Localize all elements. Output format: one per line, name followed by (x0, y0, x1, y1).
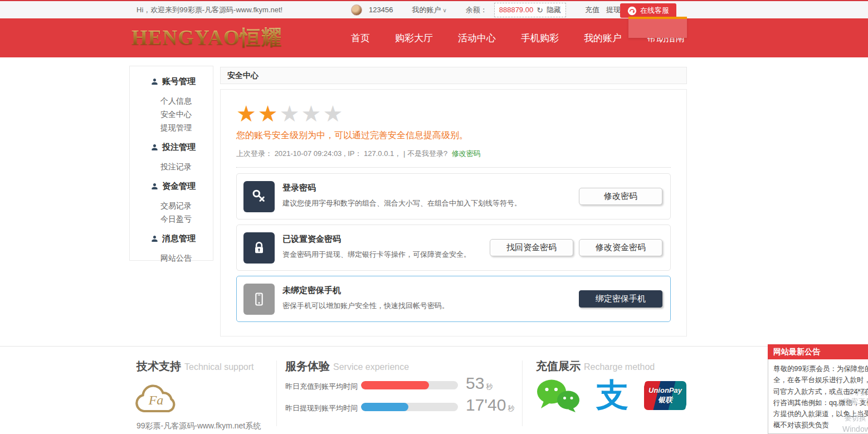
tech-support-title: 技术支持 (136, 360, 181, 372)
sidebar-group-funds[interactable]: 资金管理 (130, 179, 213, 193)
nav-item-lottery-hall[interactable]: 购彩大厅 (395, 32, 433, 45)
chevron-down-icon: ∨ (442, 7, 446, 13)
service-experience-title: 服务体验 (285, 360, 330, 372)
sidebar-group-betting[interactable]: 投注管理 (130, 140, 213, 154)
balance-value: 888879.00 (499, 6, 533, 14)
online-service-button[interactable]: 在线客服 (620, 3, 676, 18)
watermark-fragment: Windows (842, 425, 868, 433)
welcome-text: Hi，欢迎来到99彩票-凡客源码-www.fkym.net! (136, 1, 282, 18)
sidebar-item-today-pnl[interactable]: 今日盈亏 (130, 212, 213, 226)
card-title: 未绑定密保手机 (282, 285, 341, 296)
nav-item-home[interactable]: 首页 (351, 32, 370, 45)
balance-label: 余额： (466, 5, 487, 15)
my-account-menu[interactable]: 我的账户∨ (412, 5, 446, 15)
user-icon (151, 78, 158, 85)
security-level-message: 您的账号安全级别为中，可以通过完善安全信息提高级别。 (236, 130, 671, 142)
login-password-card: 登录密码 建议您使用字母和数字的组合、混合大小写、在组合中加入下划线等符号。 修… (236, 173, 671, 220)
cloud-logo: Fa (130, 379, 181, 419)
card-title: 已设置资金密码 (282, 234, 341, 245)
change-login-password-button[interactable]: 修改密码 (579, 188, 662, 205)
last-login-label: 上次登录： (236, 149, 272, 158)
recharge-method-title: 充值展示 (536, 360, 581, 372)
change-password-link[interactable]: 修改密码 (452, 149, 481, 158)
watermark-fragment: 搜索工具 (843, 397, 868, 407)
wechat-icon (536, 378, 581, 413)
user-icon (151, 183, 158, 190)
nav-item-my-account[interactable]: 我的账户 (584, 32, 622, 45)
card-desc: 密保手机可以增加账户安全性，快速找回帐号密码。 (282, 301, 449, 311)
last-login-line: 上次登录： 2021-10-07 09:24:03 , IP： 127.0.0.… (236, 149, 671, 159)
service-experience-subtitle: Service experience (333, 362, 409, 372)
divider (522, 360, 523, 426)
sidebar-item-personal-info[interactable]: 个人信息 (130, 94, 213, 108)
payment-methods: 支 UnionPay银联 (536, 378, 686, 413)
nav-item-mobile[interactable]: 手机购彩 (521, 32, 559, 45)
refresh-icon[interactable]: ↻ (537, 6, 543, 14)
online-service-label: 在线客服 (640, 6, 669, 16)
recharge-method-subtitle: Recharge method (584, 362, 655, 372)
change-fund-password-button[interactable]: 修改资金密码 (579, 239, 662, 256)
watermark-fragment: 要切换 (845, 413, 866, 423)
user-icon (151, 235, 158, 242)
nav-item-activity-center[interactable]: 活动中心 (458, 32, 496, 45)
service-hover-dropdown[interactable] (628, 17, 687, 38)
divider (276, 360, 277, 426)
lock-icon (243, 232, 275, 264)
balance-box: 888879.00 ↻ 隐藏 (494, 3, 566, 17)
sidebar-group-messages[interactable]: 消息管理 (130, 231, 213, 246)
sidebar-item-security-center[interactable]: 安全中心 (130, 108, 213, 121)
user-icon (151, 144, 158, 151)
alipay-icon: 支 (596, 379, 628, 412)
hide-balance-link[interactable]: 隐藏 (547, 5, 561, 15)
sidebar-item-withdraw-mgmt[interactable]: 提现管理 (130, 121, 213, 134)
security-phone-card: 未绑定密保手机 密保手机可以增加账户安全性，快速找回帐号密码。 绑定密保手机 (236, 276, 671, 322)
sidebar-item-bet-records[interactable]: 投注记录 (130, 160, 213, 173)
stars-filled: ★★ (236, 101, 280, 126)
announcement-title: 网站最新公告 (768, 344, 868, 359)
divider (236, 167, 671, 168)
recharge-link[interactable]: 充值 (585, 5, 599, 15)
user-avatar[interactable] (351, 4, 362, 16)
watermark-fragment: 里等骗 (846, 387, 867, 397)
topbar: Hi，欢迎来到99彩票-凡客源码-www.fkym.net! 123456 我的… (0, 1, 868, 18)
username[interactable]: 123456 (369, 6, 393, 14)
site-logo[interactable]: HENGYAO恒耀 (131, 25, 282, 51)
withdraw-time-fill (361, 403, 408, 411)
tech-support-subtitle: Technical support (184, 362, 254, 372)
key-icon (243, 181, 275, 212)
recharge-time-bar (361, 381, 458, 389)
card-title: 登录密码 (282, 183, 316, 193)
recover-fund-password-button[interactable]: 找回资金密码 (490, 239, 573, 256)
withdraw-time-label: 昨日提现到账平均时间 (285, 403, 358, 413)
unionpay-icon: UnionPay银联 (644, 381, 686, 410)
bind-security-phone-button[interactable]: 绑定密保手机 (579, 290, 662, 308)
withdraw-time-bar (361, 403, 458, 411)
last-login-value: 2021-10-07 09:24:03 , IP： 127.0.0.1， (275, 149, 402, 158)
sidebar-item-transactions[interactable]: 交易记录 (130, 199, 213, 212)
phone-icon (243, 284, 275, 315)
recharge-time-label: 昨日充值到账平均时间 (285, 382, 358, 392)
withdraw-time-value: 17'40秒 (466, 396, 514, 415)
fund-password-card: 已设置资金密码 资金密码用于提现、绑定银行卡等操作，可保障资金安全。 找回资金密… (236, 225, 671, 271)
recharge-time-fill (361, 381, 429, 389)
page-title: 安全中心 (220, 67, 687, 84)
cloud-logo-text: Fa (148, 393, 164, 407)
stars-empty: ★★★ (280, 101, 345, 126)
main-navbar: HENGYAO恒耀 首页 购彩大厅 活动中心 手机购彩 我的账户 帮助指南 (0, 18, 868, 57)
card-desc: 建议您使用字母和数字的组合、混合大小写、在组合中加入下划线等符号。 (282, 198, 521, 208)
sidebar-item-site-announcements[interactable]: 网站公告 (130, 251, 213, 265)
security-center-panel: ★★★★★ 您的账号安全级别为中，可以通过完善安全信息提高级别。 上次登录： 2… (220, 89, 687, 337)
sidebar-group-account[interactable]: 账号管理 (130, 74, 213, 89)
not-me-question: | 不是我登录? (403, 149, 447, 158)
headset-icon (627, 6, 637, 16)
footer: 技术支持Technical support Fa 99彩票-凡客源码-www.f… (0, 346, 868, 434)
sidebar: 账号管理 个人信息 安全中心 提现管理 投注管理 投注记录 资金管理 交易记录 … (129, 66, 213, 261)
card-desc: 资金密码用于提现、绑定银行卡等操作，可保障资金安全。 (282, 250, 471, 260)
recharge-time-value: 53秒 (466, 374, 492, 393)
security-star-rating: ★★★★★ (236, 104, 671, 123)
withdraw-link[interactable]: 提现 (606, 5, 621, 15)
topbar-account-area: 123456 我的账户∨ 余额： 888879.00 ↻ 隐藏 充值 提现 退出 (351, 1, 642, 18)
footer-caption: 99彩票-凡客源码-www.fkym.net系统 (136, 421, 261, 431)
